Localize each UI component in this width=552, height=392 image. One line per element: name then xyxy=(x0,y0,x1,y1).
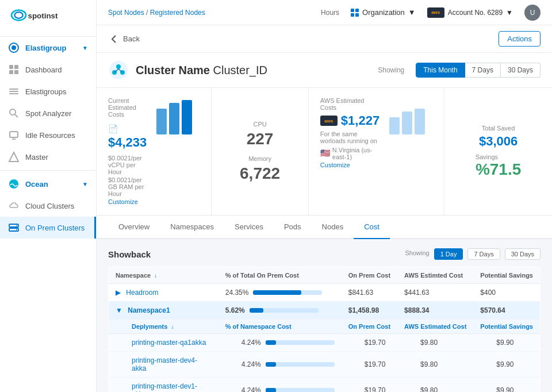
table-row: ▶ Headroom 24.35% $841.63 xyxy=(109,284,540,302)
sidebar-item-dashboard[interactable]: Dashboard xyxy=(0,59,96,80)
headroom-on-prem: $841.63 xyxy=(342,284,397,302)
tab-nodes[interactable]: Nodes xyxy=(312,216,354,239)
dashboard-icon xyxy=(8,64,20,75)
sub-col-on-prem: On Prem Cost xyxy=(342,320,397,334)
sub-savings-1: $9.90 xyxy=(473,352,540,378)
memory-label: Memory xyxy=(240,155,280,162)
back-arrow-icon xyxy=(108,33,120,45)
savings-pct: %71.5 xyxy=(476,160,521,179)
master-icon xyxy=(8,151,20,163)
cloud-clusters-icon xyxy=(8,200,20,212)
mini-chart-left xyxy=(154,97,200,139)
breadcrumb-part1[interactable]: Spot Nodes xyxy=(108,9,144,17)
showing-label: Showing xyxy=(378,66,404,74)
breadcrumb-part2[interactable]: Registered Nodes xyxy=(150,9,205,17)
divider xyxy=(0,170,96,171)
sub-col-deployments: Deplyments ↓ xyxy=(109,320,218,334)
col-namespace: Namespace ↓ xyxy=(109,267,218,284)
svg-rect-7 xyxy=(9,70,13,74)
time-tab-7-days[interactable]: 7 Days xyxy=(465,63,501,78)
expand-headroom-btn[interactable]: ▶ xyxy=(116,289,121,297)
sidebar-item-ocean[interactable]: Ocean ▼ xyxy=(0,173,96,195)
svg-rect-6 xyxy=(14,65,18,69)
actions-button[interactable]: Actions xyxy=(499,31,540,47)
sub-pct-0: 4.24% xyxy=(218,334,342,352)
col-on-prem-cost: On Prem Cost xyxy=(342,267,397,284)
sub-deploy-name: printing-master-qa1akka xyxy=(109,334,218,352)
showback-tab-30days[interactable]: 30 Days xyxy=(505,248,540,260)
tab-cost[interactable]: Cost xyxy=(354,216,390,239)
deploy-link-2[interactable]: printing-master-dev1-akka xyxy=(132,382,197,392)
customize-link-right[interactable]: Customize xyxy=(320,162,350,168)
account-chevron-icon: ▼ xyxy=(506,9,513,17)
sub-progress-bg-0 xyxy=(266,340,335,345)
svg-point-22 xyxy=(109,61,128,79)
showback-section: Showback Showing 1 Day 7 Days 30 Days Na… xyxy=(97,239,552,392)
estimated-costs-value: 📄 $4,233 xyxy=(108,120,147,150)
sidebar: spotinst Elastigroup ▼ Dashboard Elastig… xyxy=(0,0,97,392)
sidebar-item-spot-analyzer[interactable]: Spot Analyzer xyxy=(0,102,96,124)
content-area: Back Actions Cluster Name Cluster_ID Sho… xyxy=(97,25,552,392)
deploy-link-1[interactable]: printing-master-dev4-akka xyxy=(132,356,197,372)
sub-progress-fill-1 xyxy=(266,362,276,367)
cpu-label: CPU xyxy=(247,121,274,128)
svg-point-23 xyxy=(116,64,121,69)
namespace-headroom-link[interactable]: Headroom xyxy=(126,289,158,297)
svg-rect-8 xyxy=(14,70,18,74)
topnav-hours: Hours xyxy=(321,9,339,17)
sub-progress-fill-0 xyxy=(266,340,276,345)
tab-services[interactable]: Services xyxy=(224,216,274,239)
col-potential-savings: Potential Savings xyxy=(473,267,540,284)
svg-rect-30 xyxy=(182,100,192,134)
sidebar-item-cloud-clusters[interactable]: Cloud Clusters xyxy=(0,195,96,217)
table-row: ▼ Namespace1 5.62% $1,458.98 xyxy=(109,302,540,320)
sub-savings-2: $9.90 xyxy=(473,378,540,393)
elastigroup-chevron-icon: ▼ xyxy=(82,45,88,51)
sidebar-item-elastigroup[interactable]: Elastigroup ▼ xyxy=(0,37,96,59)
sidebar-item-master[interactable]: Master xyxy=(0,146,96,168)
sub-aws-2: $9.80 xyxy=(397,378,473,393)
time-tab-this-month[interactable]: This Month xyxy=(416,63,465,78)
tabs-bar: Overview Namespaces Services Pods Nodes … xyxy=(97,216,552,239)
showback-header: Showback Showing 1 Day 7 Days 30 Days xyxy=(108,248,540,260)
tab-namespaces[interactable]: Namespaces xyxy=(160,216,224,239)
svg-point-21 xyxy=(16,229,17,230)
back-button[interactable]: Back xyxy=(108,33,140,45)
showback-table: Namespace ↓ % of Total On Prem Cost On P… xyxy=(108,267,540,392)
total-saved-label: Total Saved xyxy=(482,125,515,132)
namespace1-link[interactable]: Namespace1 xyxy=(128,306,170,314)
time-tab-30-days[interactable]: 30 Days xyxy=(501,63,540,78)
headroom-progress-fill xyxy=(253,290,301,295)
grid-icon xyxy=(351,9,359,17)
topnav-org-selector[interactable]: Organization ▼ xyxy=(351,8,416,17)
showback-tab-7days[interactable]: 7 Days xyxy=(467,248,500,260)
cpu-memory-panel: CPU 227 Memory 6,722 xyxy=(212,88,309,215)
svg-rect-14 xyxy=(10,132,18,137)
sub-pct-2: 4.24% xyxy=(218,378,342,393)
avatar[interactable]: U xyxy=(524,5,540,21)
svg-line-13 xyxy=(15,114,18,117)
sidebar-item-elastigroups[interactable]: Elastigroups xyxy=(0,80,96,102)
sub-on-prem-2: $19.70 xyxy=(342,378,397,393)
topnav: Spot Nodes / Registered Nodes Hours Orga… xyxy=(97,0,552,25)
elastigroups-icon xyxy=(8,86,20,97)
customize-link-left[interactable]: Customize xyxy=(108,198,138,205)
sidebar-item-on-prem-clusters[interactable]: On Prem Clusters xyxy=(0,217,96,239)
headroom-aws: $441.63 xyxy=(397,284,473,302)
svg-rect-29 xyxy=(169,103,179,134)
savings-label: Savings xyxy=(476,153,521,160)
expand-namespace1-btn[interactable]: ▼ xyxy=(116,306,122,314)
col-pct-on-prem: % of Total On Prem Cost xyxy=(218,267,342,284)
main-content: Spot Nodes / Registered Nodes Hours Orga… xyxy=(97,0,552,392)
org-chevron-icon: ▼ xyxy=(408,8,416,17)
tab-overview[interactable]: Overview xyxy=(108,216,160,239)
estimated-costs-label: Current Estimated Costs xyxy=(108,97,147,118)
tab-pods[interactable]: Pods xyxy=(274,216,312,239)
showback-tab-1day[interactable]: 1 Day xyxy=(434,248,463,260)
list-item: printing-master-dev1-akka 4.24% $19.70 $… xyxy=(109,378,540,393)
svg-rect-32 xyxy=(402,112,412,134)
aws-costs-panel: AWS Estimated Costs aws $1,227 For the s… xyxy=(309,88,444,215)
deploy-link-0[interactable]: printing-master-qa1akka xyxy=(132,339,206,347)
sidebar-item-idle-resources[interactable]: Idle Resources xyxy=(0,124,96,146)
list-item: printing-master-dev4-akka 4.24% $19.70 $… xyxy=(109,352,540,378)
